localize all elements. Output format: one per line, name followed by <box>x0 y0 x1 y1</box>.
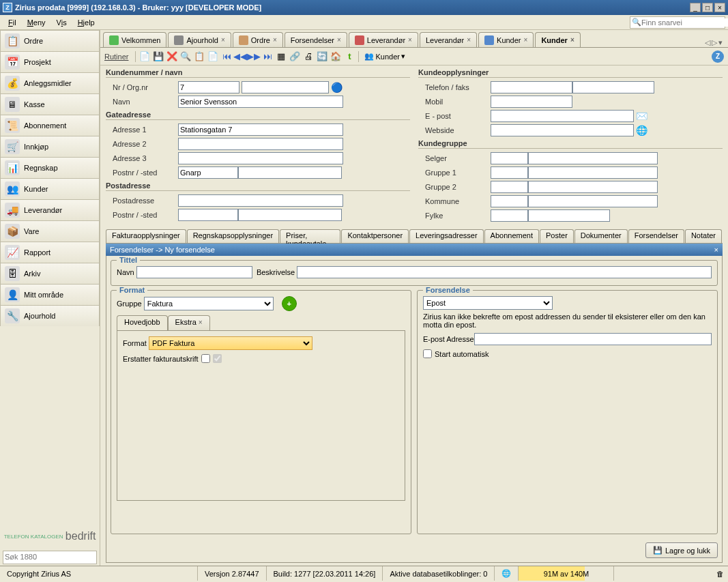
format-select[interactable]: PDF Faktura <box>149 336 312 350</box>
fylke-name-input[interactable] <box>528 209 610 222</box>
sidebar-item-anlegg[interactable]: 💰Anleggsmidler <box>0 72 100 93</box>
subtab-faktura[interactable]: Fakturaopplysninger <box>106 229 186 243</box>
sidebar-item-leverandor[interactable]: 🚚Leverandør <box>0 199 100 220</box>
copy-icon[interactable]: 📋 <box>193 50 205 63</box>
faks-input[interactable] <box>572 81 654 93</box>
menu-fil[interactable]: Fil <box>3 17 22 28</box>
postadresse-input[interactable] <box>178 194 343 207</box>
erstatter-checkbox[interactable] <box>201 354 210 363</box>
subtab-levering[interactable]: Leveringsadresser <box>409 229 484 243</box>
close-button[interactable]: × <box>714 3 725 12</box>
menu-meny[interactable]: Meny <box>22 17 51 28</box>
selger-input[interactable] <box>491 152 528 164</box>
tab-prev-icon[interactable]: ◁ <box>705 38 710 47</box>
subtab-forsendelser[interactable]: Forsendelser <box>628 229 684 243</box>
web-icon[interactable]: 🌐 <box>635 124 647 136</box>
adr1-input[interactable] <box>178 123 343 136</box>
sidebar-item-mittomrade[interactable]: 👤Mitt område <box>0 284 100 305</box>
last-icon[interactable]: ⏭ <box>261 50 274 63</box>
telefon-input[interactable] <box>491 81 572 93</box>
tab-ajourhold[interactable]: Ajourhold× <box>168 32 231 47</box>
tab-forsendelser[interactable]: Forsendelser× <box>285 32 347 47</box>
mobil-input[interactable] <box>491 96 572 108</box>
close-icon[interactable]: × <box>273 36 277 44</box>
epost-input[interactable] <box>491 110 634 122</box>
tab-leverandor1[interactable]: Leverandør× <box>349 32 418 47</box>
tittel-navn-input[interactable] <box>136 266 252 278</box>
kommune-name-input[interactable] <box>528 195 658 207</box>
g1-input[interactable] <box>491 166 528 179</box>
tab-next-icon[interactable]: ▷ <box>712 38 717 47</box>
t-icon[interactable]: t <box>343 50 355 63</box>
panel-close-icon[interactable]: × <box>714 246 718 254</box>
fylke-input[interactable] <box>491 209 528 222</box>
tab-kunder1[interactable]: Kunder× <box>478 32 534 47</box>
sidebar-item-vare[interactable]: 📦Vare <box>0 220 100 242</box>
sidebar-item-kunder[interactable]: 👥Kunder <box>0 178 100 199</box>
subtab-kontakt[interactable]: Kontaktpersoner <box>341 229 409 243</box>
sok-1880-input[interactable] <box>3 551 96 562</box>
tab-leverandor2[interactable]: Leverandør× <box>420 32 477 47</box>
prev-icon[interactable]: ◀◀ <box>234 50 246 63</box>
shortcut-search-input[interactable] <box>641 18 728 27</box>
z-button[interactable]: Z <box>712 50 724 63</box>
selger-name-input[interactable] <box>528 152 658 164</box>
delete-icon[interactable]: ❌ <box>166 50 178 63</box>
lookup-icon[interactable]: 🔵 <box>330 81 343 93</box>
new-icon[interactable]: 📄 <box>139 50 151 63</box>
sidebar-item-ajourhold[interactable]: 🔧Ajourhold <box>0 305 100 326</box>
close-icon[interactable]: × <box>337 36 341 44</box>
add-button[interactable]: + <box>282 296 297 311</box>
menu-vis[interactable]: Vis <box>51 17 72 28</box>
paste-icon[interactable]: 📄 <box>207 50 219 63</box>
close-icon[interactable]: × <box>467 36 471 44</box>
rutiner-link[interactable]: Rutiner <box>104 53 128 61</box>
print-icon[interactable]: 🖨 <box>302 50 315 63</box>
shortcut-search[interactable]: 🔍 <box>630 16 725 29</box>
close-icon[interactable]: × <box>524 36 528 44</box>
close-icon[interactable]: × <box>570 36 574 44</box>
tab-list-icon[interactable]: ▾ <box>718 38 723 47</box>
search-icon[interactable]: 🔍 <box>179 50 192 63</box>
home-icon[interactable]: 🏠 <box>330 50 342 63</box>
beskrivelse-input[interactable] <box>297 266 712 278</box>
save-icon[interactable]: 💾 <box>152 50 164 63</box>
post-postnr-input[interactable] <box>178 209 238 221</box>
tab-ekstra[interactable]: Ekstra × <box>168 315 210 330</box>
g1-name-input[interactable] <box>528 166 658 179</box>
lagre-og-lukk-button[interactable]: 💾 Lagre og lukk <box>645 542 718 558</box>
sidebar-item-abonnement[interactable]: 📜Abonnement <box>0 115 100 136</box>
sidebar-item-arkiv[interactable]: 🗄Arkiv <box>0 263 100 284</box>
epost-adresse-input[interactable] <box>474 333 712 345</box>
refresh-icon[interactable]: 🔄 <box>316 50 328 63</box>
postnr-input[interactable] <box>178 166 238 179</box>
g2-input[interactable] <box>491 181 528 193</box>
kunder-dropdown[interactable]: 👥Kunder▾ <box>362 52 407 61</box>
tab-ordre[interactable]: Ordre× <box>233 32 283 47</box>
sidebar-item-regnskap[interactable]: 📊Regnskap <box>0 157 100 178</box>
next-icon[interactable]: ▶▶ <box>248 50 260 63</box>
sidebar-item-kasse[interactable]: 🖥Kasse <box>0 93 100 115</box>
first-icon[interactable]: ⏮ <box>220 50 233 63</box>
subtab-dokumenter[interactable]: Dokumenter <box>574 229 628 243</box>
email-icon[interactable]: ✉️ <box>635 110 647 122</box>
sidebar-item-prosjekt[interactable]: 📅Prosjekt <box>0 51 100 72</box>
sok-1880-search[interactable] <box>3 551 97 564</box>
subtab-poster[interactable]: Poster <box>540 229 574 243</box>
close-icon[interactable]: × <box>221 36 225 44</box>
grid-icon[interactable]: ▦ <box>275 50 287 63</box>
sidebar-item-innkjop[interactable]: 🛒Innkjøp <box>0 136 100 157</box>
sidebar-item-rapport[interactable]: 📈Rapport <box>0 242 100 263</box>
gruppe-select[interactable]: Faktura <box>144 297 274 310</box>
tab-kunder2[interactable]: Kunder× <box>535 32 580 47</box>
kommune-input[interactable] <box>491 195 528 207</box>
g2-name-input[interactable] <box>528 181 658 193</box>
web-input[interactable] <box>491 124 634 136</box>
org-input[interactable] <box>242 81 329 93</box>
subtab-regnskap[interactable]: Regnskapsopplysninger <box>187 229 279 243</box>
start-auto-checkbox[interactable] <box>423 349 432 358</box>
subtab-notater[interactable]: Notater <box>685 229 722 243</box>
maximize-button[interactable]: □ <box>702 3 713 12</box>
forsendelse-select[interactable]: Epost <box>423 296 553 310</box>
menu-hjelp[interactable]: Hjelp <box>72 17 100 28</box>
